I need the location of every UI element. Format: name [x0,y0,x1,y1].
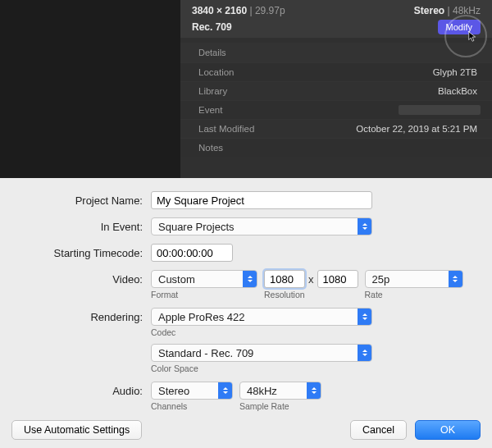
details-heading: Details [180,43,492,62]
label-project-name: Project Name: [11,191,151,207]
dropdown-arrows-icon [218,382,232,399]
label-video: Video: [11,270,151,286]
dropdown-arrows-icon [358,218,371,235]
detail-value-empty [290,105,481,115]
detail-label: Location [192,67,290,77]
dropdown-arrows-icon [358,345,371,361]
label-rendering: Rendering: [11,308,151,323]
in-event-select[interactable]: Square Projects [151,217,372,235]
detail-label: Last Modified [192,124,290,134]
starting-timecode-input[interactable] [151,244,233,262]
detail-row-notes: Notes [180,138,492,157]
project-color-profile: Rec. 709 [192,21,232,33]
ok-button[interactable]: OK [415,420,481,440]
in-event-value: Square Projects [158,221,235,233]
project-audio-summary: Stereo | 48kHz [414,5,481,16]
sublabel-rate: Rate [365,290,463,299]
video-format-value: Custom [158,273,195,286]
detail-row-event: Event [180,100,492,119]
video-width-input[interactable] [264,270,305,288]
detail-value: October 22, 2019 at 5:21 PM [290,124,481,134]
label-starting-timecode: Starting Timecode: [11,244,151,259]
sublabel-codec: Codec [151,327,372,337]
project-resolution: 3840 × 2160 | 29.97p [192,5,285,16]
sublabel-resolution: Resolution [264,290,358,299]
inspector-panel: 3840 × 2160 | 29.97p Stereo | 48kHz Rec.… [0,0,492,178]
project-settings-dialog: Project Name: In Event: Square Projects … [0,178,492,448]
video-rate-value: 25p [372,273,390,286]
detail-label: Notes [192,143,290,153]
detail-row-last-modified: Last Modified October 22, 2019 at 5:21 P… [180,119,492,138]
rendering-colorspace-select[interactable]: Standard - Rec. 709 [151,344,372,362]
label-in-event: In Event: [11,217,151,233]
dropdown-arrows-icon [358,309,371,325]
project-info-panel: 3840 × 2160 | 29.97p Stereo | 48kHz Rec.… [180,0,492,178]
audio-channels-value: Stereo [158,385,189,397]
sublabel-sample-rate: Sample Rate [239,401,321,411]
viewer-area [0,0,180,178]
video-format-select[interactable]: Custom [151,270,257,288]
dimension-separator: x [308,273,314,286]
dropdown-arrows-icon [449,271,462,287]
rendering-codec-value: Apple ProRes 422 [158,311,245,323]
audio-samplerate-select[interactable]: 48kHz [239,382,321,400]
details-section: Details Location Glyph 2TB Library Black… [180,38,492,157]
modify-button[interactable]: Modify [438,20,481,34]
detail-value [290,143,481,153]
detail-value: BlackBox [290,86,481,96]
detail-row-library: Library BlackBox [180,81,492,100]
detail-value: Glyph 2TB [290,67,481,77]
video-height-input[interactable] [317,270,358,288]
detail-label: Library [192,86,290,96]
rendering-colorspace-value: Standard - Rec. 709 [158,347,253,359]
sublabel-channels: Channels [151,401,233,411]
project-name-input[interactable] [151,191,372,209]
video-rate-select[interactable]: 25p [365,270,463,288]
detail-label: Event [192,105,290,115]
audio-samplerate-value: 48kHz [247,385,277,397]
sublabel-color-space: Color Space [151,363,372,373]
sublabel-format: Format [151,290,257,299]
label-audio: Audio: [11,382,151,397]
rendering-codec-select[interactable]: Apple ProRes 422 [151,308,372,326]
dropdown-arrows-icon [307,382,321,399]
dropdown-arrows-icon [243,271,257,287]
detail-row-location: Location Glyph 2TB [180,62,492,81]
audio-channels-select[interactable]: Stereo [151,382,233,400]
use-automatic-settings-button[interactable]: Use Automatic Settings [11,420,142,440]
info-header: 3840 × 2160 | 29.97p Stereo | 48kHz Rec.… [180,0,492,38]
dialog-footer: Use Automatic Settings Cancel OK [11,420,481,440]
cancel-button[interactable]: Cancel [350,420,407,440]
